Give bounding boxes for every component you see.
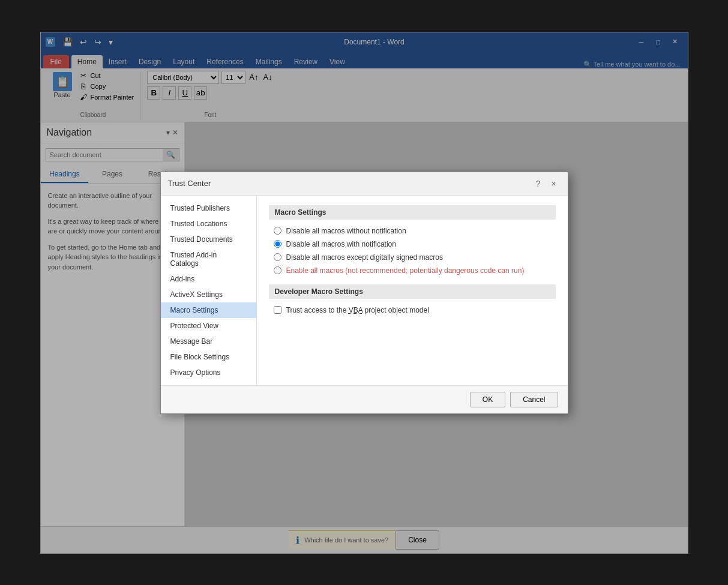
sidebar-item-trusted-publishers[interactable]: Trusted Publishers <box>161 200 256 216</box>
modal-overlay: Trust Center ? × Trusted Publishers Trus… <box>41 32 688 553</box>
dialog-title-bar: Trust Center ? × <box>161 172 568 196</box>
cancel-button[interactable]: Cancel <box>510 392 558 407</box>
dialog-footer: OK Cancel <box>161 385 568 413</box>
vba-checkbox[interactable] <box>274 306 281 314</box>
dialog-close-btn[interactable]: × <box>547 177 561 190</box>
word-window: W 💾 ↩ ↪ ▾ Document1 - Word ─ □ ✕ File Ho… <box>40 32 688 554</box>
sidebar-item-privacy-options[interactable]: Privacy Options <box>161 365 256 380</box>
sidebar-item-file-block-settings[interactable]: File Block Settings <box>161 349 256 365</box>
trust-center-sidebar: Trusted Publishers Trusted Locations Tru… <box>161 196 257 385</box>
sidebar-item-macro-settings[interactable]: Macro Settings <box>161 302 256 318</box>
trust-center-dialog: Trust Center ? × Trusted Publishers Trus… <box>160 172 568 414</box>
dialog-title-controls: ? × <box>532 177 561 190</box>
radio-label-0: Disable all macros without notification <box>286 227 406 235</box>
radio-input-3[interactable] <box>274 266 281 274</box>
sidebar-item-message-bar[interactable]: Message Bar <box>161 334 256 349</box>
radio-input-1[interactable] <box>274 240 281 248</box>
radio-label-1: Disable all macros with notification <box>286 240 396 248</box>
radio-disable-digitally-signed[interactable]: Disable all macros except digitally sign… <box>274 253 551 262</box>
radio-enable-all-macros[interactable]: Enable all macros (not recommended; pote… <box>274 266 551 275</box>
radio-input-0[interactable] <box>274 227 281 235</box>
radio-label-2: Disable all macros except digitally sign… <box>286 253 443 262</box>
sidebar-item-activex-settings[interactable]: ActiveX Settings <box>161 287 256 302</box>
sidebar-item-addins[interactable]: Add-ins <box>161 271 256 287</box>
radio-input-2[interactable] <box>274 253 281 261</box>
radio-disable-with-notification[interactable]: Disable all macros with notification <box>274 240 551 248</box>
macro-settings-header: Macro Settings <box>269 205 556 220</box>
dialog-help-btn[interactable]: ? <box>532 177 545 190</box>
vba-checkbox-item: Trust access to the VBA project object m… <box>269 306 556 314</box>
trust-center-main: Macro Settings Disable all macros withou… <box>257 196 568 385</box>
sidebar-item-trusted-locations[interactable]: Trusted Locations <box>161 216 256 232</box>
vba-underline-text: VBA <box>349 306 362 314</box>
ok-button[interactable]: OK <box>470 392 505 407</box>
vba-label: Trust access to the VBA project object m… <box>286 306 429 314</box>
radio-disable-no-notification[interactable]: Disable all macros without notification <box>274 227 551 235</box>
macro-settings-radio-group: Disable all macros without notification … <box>269 227 556 275</box>
dev-macro-settings-header: Developer Macro Settings <box>269 284 556 299</box>
dialog-body: Trusted Publishers Trusted Locations Tru… <box>161 196 568 385</box>
sidebar-item-trusted-addin-catalogs[interactable]: Trusted Add-in Catalogs <box>161 247 256 271</box>
radio-label-3: Enable all macros (not recommended; pote… <box>286 266 525 275</box>
sidebar-item-trusted-documents[interactable]: Trusted Documents <box>161 232 256 247</box>
sidebar-item-protected-view[interactable]: Protected View <box>161 318 256 334</box>
dialog-title: Trust Center <box>168 179 211 188</box>
